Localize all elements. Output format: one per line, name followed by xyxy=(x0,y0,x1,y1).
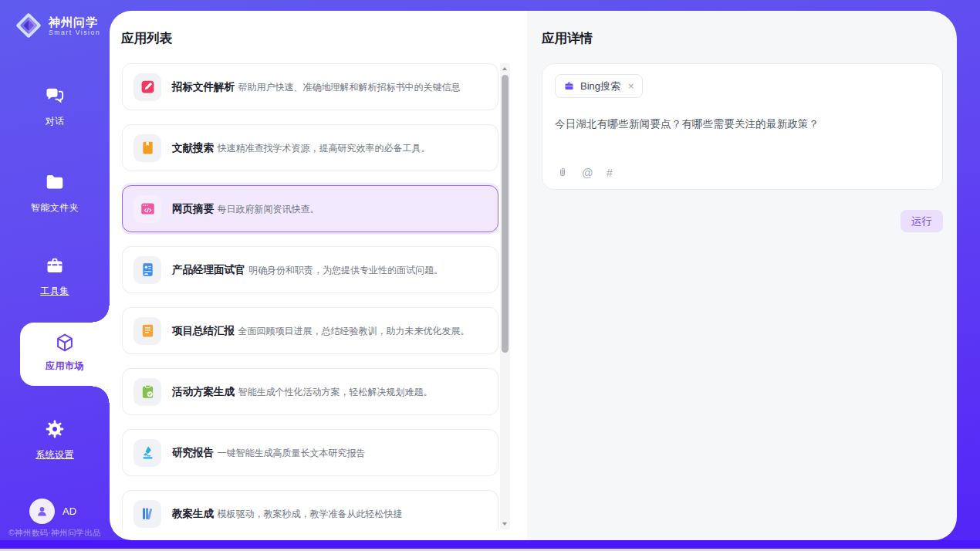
sidebar: 神州问学 Smart Vision 对话 智能文件夹 工具集 应用市场 系统设置 xyxy=(0,0,110,540)
app-card[interactable]: 项目总结汇报 全面回顾项目进展，总结经验教训，助力未来优化发展。 xyxy=(122,307,498,354)
brand-logo: 神州问学 Smart Vision xyxy=(14,11,100,40)
avatar[interactable] xyxy=(29,499,55,524)
app-list: 招标文件解析 帮助用户快速、准确地理解和解析招标书中的关键信息 文献搜索 快速精… xyxy=(122,63,498,529)
user-row[interactable]: AD xyxy=(29,499,76,524)
microscope-icon xyxy=(133,439,161,467)
clipboard-check-icon xyxy=(133,378,161,406)
scroll-up-icon[interactable] xyxy=(500,63,510,74)
paperclip-icon[interactable] xyxy=(556,167,569,179)
app-list-panel: 应用列表 招标文件解析 帮助用户快速、准确地理解和解析招标书中的关键信息 文献搜… xyxy=(110,11,527,540)
sidebar-item-settings[interactable]: 系统设置 xyxy=(0,418,110,461)
resume-icon xyxy=(133,256,161,284)
gear-icon xyxy=(44,418,66,440)
composer-card[interactable]: Bing搜索 × 今日湖北有哪些新闻要点？有哪些需要关注的最新政策？ @ # xyxy=(542,63,943,190)
briefcase-icon xyxy=(563,80,575,92)
sidebar-item-market[interactable]: 应用市场 xyxy=(20,323,110,386)
book-icon xyxy=(133,134,161,162)
run-button[interactable]: 运行 xyxy=(901,210,943,232)
copyright-text: ©神州数码·神州问学出品 xyxy=(0,528,110,539)
app-card[interactable]: 活动方案生成 智能生成个性化活动方案，轻松解决规划难题。 xyxy=(122,368,498,415)
tool-tag-bing-search[interactable]: Bing搜索 × xyxy=(555,74,643,98)
app-detail-title: 应用详情 xyxy=(542,30,593,47)
diamond-logo-icon xyxy=(14,11,43,40)
app-frame: 神州问学 Smart Vision 对话 智能文件夹 工具集 应用市场 系统设置 xyxy=(0,0,980,551)
scroll-down-icon[interactable] xyxy=(500,519,510,529)
pen-edit-icon xyxy=(133,73,161,101)
sidebar-item-chat[interactable]: 对话 xyxy=(0,85,110,128)
close-icon[interactable]: × xyxy=(628,81,634,91)
app-card[interactable]: 研究报告 一键智能生成高质量长文本研究报告 xyxy=(122,429,498,476)
app-card[interactable]: 招标文件解析 帮助用户快速、准确地理解和解析招标书中的关键信息 xyxy=(122,63,498,110)
query-text[interactable]: 今日湖北有哪些新闻要点？有哪些需要关注的最新政策？ xyxy=(555,117,930,131)
toolbox-icon xyxy=(44,255,66,276)
brand-name: 神州问学 xyxy=(49,15,100,29)
report-note-icon xyxy=(133,317,161,345)
person-icon xyxy=(35,504,49,519)
app-list-scrollbar[interactable] xyxy=(500,63,510,529)
app-detail-panel: 应用详情 Bing搜索 × 今日湖北有哪些新闻要点？有哪些需要关注的最新政策？ xyxy=(527,11,957,540)
sidebar-item-tools[interactable]: 工具集 xyxy=(0,255,110,298)
hash-icon[interactable]: # xyxy=(607,167,613,179)
tool-tag-label: Bing搜索 xyxy=(580,79,620,93)
cube-icon xyxy=(54,332,76,353)
folder-icon xyxy=(44,171,66,193)
composer-toolbar: @ # xyxy=(556,167,613,179)
user-name: AD xyxy=(63,505,76,517)
sidebar-item-folders[interactable]: 智能文件夹 xyxy=(0,171,110,215)
app-card[interactable]: 产品经理面试官 明确身份和职责，为您提供专业性的面试问题。 xyxy=(122,246,498,293)
main-content: 应用列表 招标文件解析 帮助用户快速、准确地理解和解析招标书中的关键信息 文献搜… xyxy=(110,11,957,540)
bottom-accent-bar xyxy=(0,540,980,549)
brand-subtitle: Smart Vision xyxy=(49,29,100,36)
browser-code-icon xyxy=(133,195,161,223)
at-icon[interactable]: @ xyxy=(582,167,593,179)
app-card[interactable]: 文献搜索 快速精准查找学术资源，提高研究效率的必备工具。 xyxy=(122,124,498,171)
scrollbar-thumb[interactable] xyxy=(502,75,509,353)
app-list-title: 应用列表 xyxy=(121,30,172,47)
chat-icon xyxy=(44,85,66,106)
app-card[interactable]: 教案生成 模板驱动，教案秒成，教学准备从此轻松快捷 xyxy=(122,490,498,529)
app-card-selected[interactable]: 网页摘要 每日政府新闻资讯快查。 xyxy=(122,185,498,232)
books-icon xyxy=(133,500,161,528)
